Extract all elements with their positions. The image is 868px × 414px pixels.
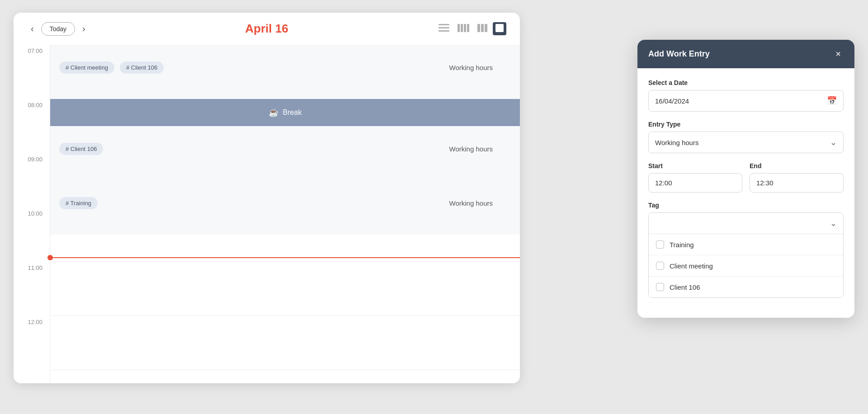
tag-checkbox-training[interactable] <box>656 240 664 249</box>
date-input[interactable]: 16/04/2024 📅 <box>648 90 844 112</box>
next-button[interactable]: › <box>79 22 89 36</box>
break-icon: ☕ <box>269 108 278 118</box>
entry-type-label: Entry Type <box>648 121 844 128</box>
list-view-button[interactable] <box>436 22 452 35</box>
modal-body: Select a Date 16/04/2024 📅 Entry Type Wo… <box>637 68 854 318</box>
svg-rect-3 <box>458 24 460 32</box>
break-label: Break <box>283 108 302 117</box>
entry-type-select[interactable]: Working hours ⌄ <box>648 132 844 153</box>
tag-option-training-label: Training <box>670 241 694 249</box>
modal-title: Add Work Entry <box>648 49 710 59</box>
modal-header: Add Work Entry × <box>637 40 854 68</box>
event-label-1: Working hours <box>449 64 511 71</box>
start-time-value: 12:00 <box>655 179 672 187</box>
time-row: Start 12:00 End 12:30 <box>648 162 844 193</box>
event-row-4: # Training Working hours <box>50 189 520 216</box>
break-row: ☕ Break <box>50 99 520 126</box>
calendar-header: ‹ Today › April 16 <box>14 13 520 45</box>
entry-type-form-group: Entry Type Working hours ⌄ <box>648 121 844 153</box>
tag-option-client-106[interactable]: Client 106 <box>649 277 843 297</box>
svg-rect-0 <box>439 24 449 25</box>
entry-type-value: Working hours <box>655 139 698 146</box>
end-time-input[interactable]: 12:30 <box>750 173 844 193</box>
start-time-group: Start 12:00 <box>648 162 742 193</box>
event-label-3: Working hours <box>449 145 511 153</box>
svg-rect-4 <box>461 24 463 32</box>
time-slot-700: 07:00 <box>14 45 50 99</box>
day-view-button[interactable] <box>493 22 506 35</box>
time-slot-1200: 12:00 <box>14 316 50 370</box>
event-row-3: # Client 106 Working hours <box>50 135 520 162</box>
tag-checkbox-client-meeting[interactable] <box>656 262 664 270</box>
start-time-input[interactable]: 12:00 <box>648 173 742 193</box>
threeday-view-button[interactable] <box>475 22 490 35</box>
events-column: # Client meeting # Client 106 Working ho… <box>50 45 520 383</box>
hour-line-6 <box>50 316 520 370</box>
add-work-entry-modal: Add Work Entry × Select a Date 16/04/202… <box>637 40 854 318</box>
entry-type-chevron-icon: ⌄ <box>830 137 837 147</box>
time-slot-900: 09:00 <box>14 153 50 207</box>
time-slot-1100: 11:00 <box>14 262 50 316</box>
end-label: End <box>750 162 844 169</box>
time-column: 07:00 08:00 09:00 10:00 11:00 12:00 <box>14 45 50 383</box>
event-tag-client-106-b[interactable]: # Client 106 <box>59 143 103 155</box>
svg-rect-9 <box>485 24 487 32</box>
tag-form-group: Tag ⌄ Training <box>648 202 844 298</box>
event-tag-training[interactable]: # Training <box>59 197 98 209</box>
calendar-icon: 📅 <box>827 96 837 106</box>
time-slot-1000: 10:00 <box>14 207 50 262</box>
today-button[interactable]: Today <box>41 22 75 36</box>
svg-rect-5 <box>464 24 466 32</box>
nav-buttons: ‹ Today › <box>27 22 89 36</box>
modal-close-button[interactable]: × <box>833 48 844 60</box>
date-form-group: Select a Date 16/04/2024 📅 <box>648 79 844 112</box>
tag-checkbox-client-106[interactable] <box>656 283 664 291</box>
tag-option-training[interactable]: Training <box>649 234 843 255</box>
view-toggles <box>436 22 506 35</box>
start-label: Start <box>648 162 742 169</box>
hour-line-5 <box>50 262 520 316</box>
tag-dropdown: ⌄ Training Client meeting <box>648 212 844 298</box>
tag-option-client-meeting[interactable]: Client meeting <box>649 255 843 277</box>
end-time-group: End 12:30 <box>750 162 844 193</box>
event-row-1: # Client meeting # Client 106 Working ho… <box>50 54 520 81</box>
week-view-button[interactable] <box>455 22 472 35</box>
svg-rect-10 <box>495 24 504 32</box>
tag-option-client-meeting-label: Client meeting <box>670 262 713 270</box>
svg-rect-2 <box>439 30 449 32</box>
tag-label: Tag <box>648 202 844 209</box>
date-value: 16/04/2024 <box>655 97 689 105</box>
svg-rect-8 <box>481 24 484 32</box>
end-time-value: 12:30 <box>756 179 774 187</box>
time-form-group: Start 12:00 End 12:30 <box>648 162 844 193</box>
prev-button[interactable]: ‹ <box>27 22 38 36</box>
date-label: Select a Date <box>648 79 844 86</box>
svg-rect-6 <box>467 24 469 32</box>
tag-option-client-106-label: Client 106 <box>670 283 700 291</box>
time-slot-800: 08:00 <box>14 99 50 153</box>
event-tag-client-meeting[interactable]: # Client meeting <box>59 61 114 74</box>
calendar-title: April 16 <box>245 22 288 36</box>
current-time-line <box>50 257 520 258</box>
tag-select-header[interactable]: ⌄ <box>649 213 843 234</box>
calendar-grid: 07:00 08:00 09:00 10:00 11:00 12:00 <box>14 45 520 383</box>
svg-rect-1 <box>439 27 449 28</box>
tag-options: Training Client meeting Client 106 <box>649 234 843 297</box>
calendar-card: ‹ Today › April 16 <box>14 13 520 383</box>
tag-chevron-icon: ⌄ <box>830 218 837 228</box>
event-tag-client-106-a[interactable]: # Client 106 <box>120 61 164 74</box>
current-time-dot <box>47 255 53 260</box>
event-label-4: Working hours <box>449 199 511 207</box>
svg-rect-7 <box>477 24 480 32</box>
